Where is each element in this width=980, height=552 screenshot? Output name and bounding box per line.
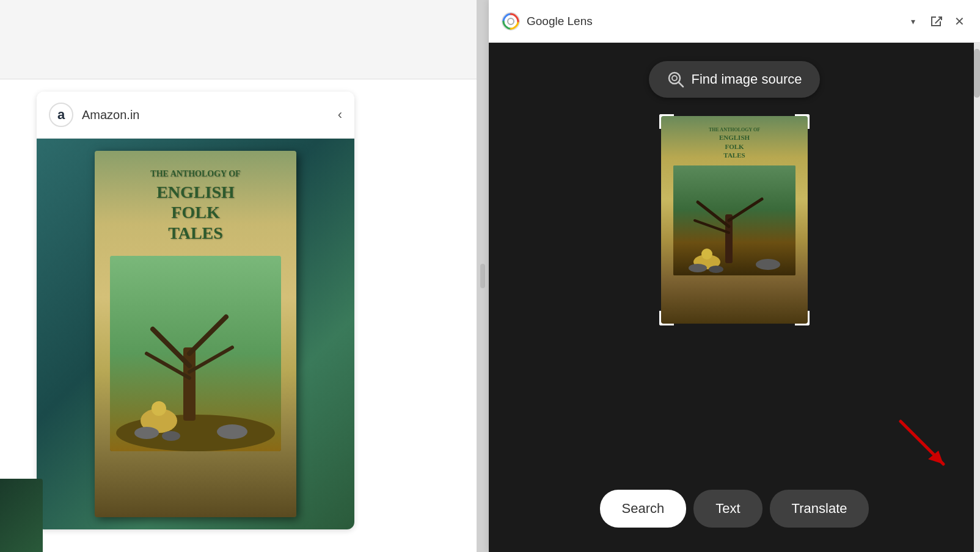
amazon-card: a Amazon.in ‹ THE ANTHOLOGY OF ENGLISH F… [37, 92, 354, 529]
browser-content: a Amazon.in ‹ THE ANTHOLOGY OF ENGLISH F… [0, 79, 477, 552]
google-lens-logo [501, 12, 521, 31]
book-image-container: THE ANTHOLOGY OF ENGLISH FOLK TALES [37, 139, 354, 529]
svg-point-26 [756, 259, 780, 270]
scrollbar-thumb[interactable] [974, 49, 980, 98]
lens-header: Google Lens ▾ ✕ [489, 0, 980, 43]
svg-point-11 [217, 424, 247, 439]
svg-point-13 [508, 18, 514, 24]
find-source-text: Find image source [692, 71, 802, 87]
external-link-icon[interactable] [927, 13, 945, 30]
svg-rect-17 [673, 165, 795, 275]
lens-actions: Search Text Translate [600, 490, 869, 540]
text-button[interactable]: Text [693, 490, 762, 528]
amazon-header: a Amazon.in ‹ [37, 92, 354, 139]
svg-point-23 [701, 249, 712, 260]
svg-point-16 [672, 76, 677, 81]
browser-top-bar [0, 0, 477, 79]
panel-divider [477, 0, 489, 552]
svg-point-9 [134, 427, 159, 439]
book-cover: THE ANTHOLOGY OF ENGLISH FOLK TALES [95, 151, 296, 517]
lens-title: Google Lens [527, 15, 904, 28]
left-panel: a Amazon.in ‹ THE ANTHOLOGY OF ENGLISH F… [0, 0, 477, 552]
lens-book-illustration [673, 165, 795, 275]
red-arrow [888, 415, 962, 479]
find-image-source-button[interactable]: Find image source [649, 61, 821, 98]
find-source-icon [667, 71, 684, 88]
translate-button[interactable]: Translate [770, 490, 869, 528]
close-icon[interactable]: ✕ [951, 13, 968, 30]
dropdown-icon[interactable]: ▾ [904, 13, 921, 30]
svg-point-10 [162, 431, 180, 441]
svg-point-8 [152, 401, 166, 416]
amazon-favicon: a [49, 103, 73, 127]
bottom-thumbnail [0, 479, 43, 552]
svg-point-25 [709, 266, 723, 273]
svg-line-15 [679, 82, 683, 87]
book-illustration [110, 256, 281, 451]
svg-point-12 [502, 13, 519, 30]
book-title: THE ANTHOLOGY OF ENGLISH FOLK TALES [150, 169, 240, 244]
scrollbar-track [974, 43, 980, 552]
search-button[interactable]: Search [600, 490, 687, 528]
lens-book-title: THE ANTHOLOGY OF ENGLISH FOLK TALES [709, 125, 760, 159]
divider-handle [480, 264, 485, 288]
lens-body: Find image source THE ANTHOLOGY OF ENGLI… [489, 43, 980, 552]
back-arrow-icon[interactable]: ‹ [338, 107, 342, 123]
lens-book-preview: THE ANTHOLOGY OF ENGLISH FOLK TALES [661, 116, 808, 324]
google-lens-panel: Google Lens ▾ ✕ Find image source [489, 0, 980, 552]
lens-book-cover: THE ANTHOLOGY OF ENGLISH FOLK TALES [661, 116, 808, 324]
svg-point-24 [689, 264, 707, 272]
amazon-url: Amazon.in [82, 108, 338, 122]
